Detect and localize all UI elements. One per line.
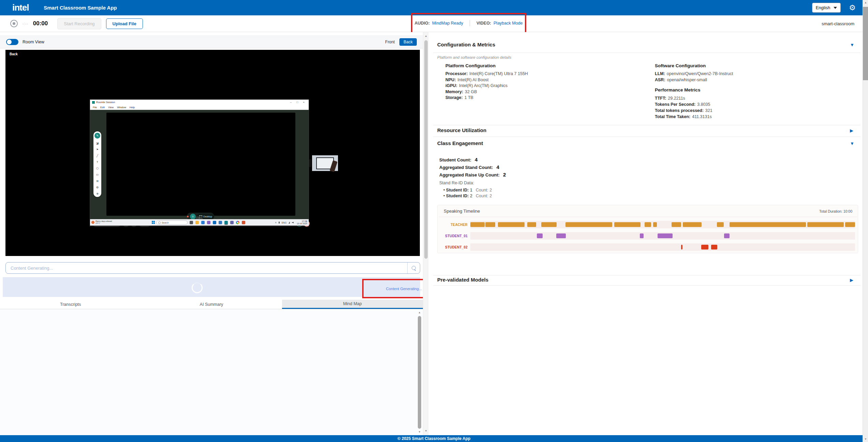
scrollbar-thumb[interactable] (424, 40, 428, 259)
tab-transcripts[interactable]: Transcripts (0, 300, 141, 309)
scroll-up-icon[interactable]: ▲ (417, 310, 422, 315)
upload-file-button[interactable]: Upload File (106, 18, 143, 29)
timeline-bar (683, 222, 702, 227)
taskbar-app-chrome-icon[interactable] (236, 221, 239, 224)
stat-value: 4 (496, 164, 499, 170)
divider (433, 125, 860, 125)
timeline-bar (730, 222, 806, 227)
line-tool-icon[interactable]: ╱ (97, 154, 98, 158)
tab-content-scrollbar[interactable]: ▲ ▼ (417, 310, 422, 435)
search-icon (412, 266, 416, 270)
section-resource-utilization[interactable]: Resource Utilization (437, 127, 486, 133)
pen-tool-icon[interactable]: ✎ (94, 133, 100, 139)
expand-arrow-icon[interactable]: ▶ (850, 128, 853, 133)
scroll-down-icon[interactable]: ▼ (417, 429, 422, 435)
timeline-bar (724, 233, 730, 238)
windows-start-icon[interactable] (152, 221, 155, 224)
weather-icon (91, 221, 94, 224)
scroll-up-icon[interactable]: ▲ (863, 0, 868, 5)
taskbar-app-outlook-icon[interactable] (213, 221, 216, 224)
room-view-toggle[interactable] (6, 39, 18, 45)
camera-thumbnail[interactable] (312, 155, 338, 171)
engagement-stat: Student Count:4 (439, 156, 506, 163)
scroll-down-icon[interactable]: ▼ (863, 437, 868, 442)
page-scrollbar[interactable]: ▲ ▼ (863, 0, 868, 442)
reid-row: • Student ID: 1Count: 2 (443, 187, 492, 193)
taskbar-app-roombr-icon[interactable] (224, 221, 228, 224)
content-input[interactable] (6, 262, 420, 273)
image-tool-icon[interactable]: ⊞ (96, 180, 99, 183)
scroll-down-icon[interactable]: ▼ (423, 428, 429, 434)
config-row-label: Storage: (445, 95, 463, 100)
taskbar-app-powerpoint-icon[interactable] (242, 221, 245, 224)
cursor-tool-icon[interactable]: ➤ (96, 148, 99, 151)
tab-mind-map[interactable]: Mind Map (282, 300, 423, 309)
taskbar-app-files-icon[interactable] (190, 221, 193, 224)
collapse-arrow-icon[interactable]: ▼ (850, 42, 854, 47)
window-menu-item[interactable]: Help (130, 106, 135, 109)
scroll-up-icon[interactable]: ▲ (423, 33, 429, 39)
scrollbar-thumb[interactable] (418, 316, 421, 429)
left-panel-scrollbar[interactable]: ▲ ▼ (423, 32, 428, 435)
text-tool-icon[interactable]: T (97, 160, 98, 164)
front-button[interactable]: Front (385, 40, 395, 44)
scrollbar-thumb[interactable] (863, 7, 868, 80)
whiteboard-canvas[interactable] (106, 113, 295, 216)
taskbar-app-folder-icon[interactable] (195, 221, 199, 224)
thumbnail-handle[interactable] (309, 159, 311, 167)
taskbar-app-copilot-icon[interactable] (207, 221, 210, 224)
window-menu-item[interactable]: File (93, 106, 97, 109)
config-row: TTFT:29.2211s (655, 95, 866, 101)
generating-band (3, 277, 420, 297)
camera-mode-icon[interactable]: ☺ (190, 214, 196, 219)
window-controls[interactable]: – □ × (290, 100, 307, 105)
timeline-bar (470, 222, 485, 227)
captured-window-titlebar: Roombr Session – □ × (90, 100, 309, 105)
back-button[interactable]: Back (399, 38, 417, 46)
window-menu-item[interactable]: Window (117, 106, 126, 109)
tab-ai-summary[interactable]: AI Summary (141, 300, 282, 309)
timeline-bar (672, 222, 681, 227)
weather-temp: 28°C (95, 222, 112, 224)
taskbar-tray[interactable]: ∧ ENG (275, 221, 294, 224)
config-row-label: TTFT: (655, 96, 666, 101)
timeline-bar (527, 222, 536, 227)
config-block-title: Performance Metrics (655, 87, 866, 93)
content-search-button[interactable] (407, 262, 420, 273)
expand-arrow-icon[interactable]: ▶ (850, 277, 853, 283)
shape-tool-icon[interactable]: ⬡ (96, 167, 99, 170)
eraser-tool-icon[interactable]: ◪ (96, 142, 99, 145)
gear-icon[interactable]: ⚙ (849, 4, 856, 12)
record-icon[interactable] (10, 20, 18, 27)
reid-label: Student ID: (446, 194, 469, 198)
content-input-wrap (5, 262, 420, 274)
timeline-row-student_02: STUDENT_02 (440, 243, 856, 251)
collapse-arrow-icon[interactable]: ▼ (850, 141, 854, 146)
taskbar-app-teams-icon[interactable] (230, 221, 234, 224)
taskbar-weather[interactable]: Rainy days ahead 28°C (91, 220, 112, 224)
timer-placeholder: -:-- (23, 22, 28, 26)
config-row-label: Total Time Taken: (655, 114, 690, 119)
taskbar-app-edge-icon[interactable] (219, 221, 222, 224)
globe-tool-icon[interactable]: ◍ (96, 186, 99, 189)
target-tool-icon[interactable]: ⊕ (96, 192, 99, 196)
tray-language[interactable]: ENG (282, 222, 286, 224)
config-row: NPU:Intel(R) AI Boost (445, 77, 643, 83)
window-menu-item[interactable]: Edit (100, 106, 105, 109)
pages-tool-icon[interactable]: ▭ (96, 173, 99, 176)
section-class-engagement[interactable]: Class Engagement (437, 140, 483, 146)
taskbar-clock[interactable]: 17:08 13-10-2025 (297, 220, 307, 225)
start-recording-button[interactable]: Start Recording (57, 18, 101, 29)
section-prevalidated-models[interactable]: Pre-validated Models (437, 277, 488, 283)
loading-spinner-icon (192, 282, 203, 293)
tray-notch[interactable]: ∧ (196, 216, 203, 219)
content-generating-link[interactable]: Content Generating... (386, 287, 422, 291)
engagement-stat: Aggregated Stand Count:4 (439, 163, 506, 171)
window-menu-item[interactable]: View (108, 106, 114, 109)
tray-chevron-icon[interactable]: ∧ (275, 221, 277, 224)
taskbar-app-word-icon[interactable] (201, 221, 205, 224)
language-select[interactable]: English (812, 3, 841, 13)
section-config-metrics[interactable]: Configuration & Metrics (437, 42, 495, 47)
taskbar-search[interactable]: Search (156, 220, 188, 225)
config-row: iGPU:Intel(R) Arc(TM) Graphics (445, 83, 643, 89)
